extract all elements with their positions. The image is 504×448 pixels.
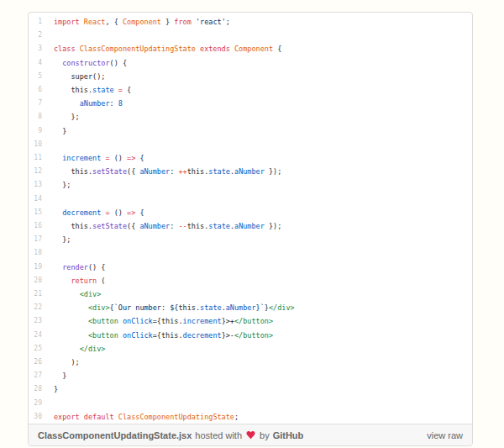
- code-content: <button onClick={this.increment}>+</butt…: [54, 314, 273, 328]
- code-content: render() {: [54, 261, 105, 274]
- code-content: decrement = () => {: [54, 206, 144, 219]
- line-number: 25: [29, 342, 42, 356]
- code-line: 7 aNumber: 8: [29, 97, 472, 110]
- line-number: 12: [29, 165, 42, 178]
- line-number: 29: [29, 397, 42, 410]
- code-line: 10: [29, 138, 472, 151]
- line-number: 20: [29, 274, 42, 287]
- line-number: 19: [29, 261, 42, 274]
- code-content: this.state = {: [54, 83, 131, 97]
- code-line: 1import React, { Component } from 'react…: [29, 15, 472, 29]
- code-line: 27 }: [29, 369, 472, 382]
- line-number: 24: [29, 329, 42, 342]
- github-link[interactable]: GitHub: [273, 430, 304, 440]
- code-content: };: [54, 233, 71, 246]
- code-line: 14: [29, 192, 472, 206]
- code-content: this.setState({ aNumber: ++this.state.aN…: [54, 165, 281, 178]
- gist-footer: ClassComponentUpdatingState.jsx hosted w…: [29, 424, 472, 445]
- line-number: 9: [29, 124, 42, 138]
- code-content: export default ClassComponentUpdatingSta…: [54, 410, 239, 424]
- code-line: 9 }: [29, 124, 472, 138]
- line-number: 18: [29, 246, 42, 260]
- line-number: 2: [29, 29, 42, 42]
- code-line: 2: [29, 29, 472, 42]
- code-content: import React, { Component } from 'react'…: [54, 15, 230, 29]
- code-line: 5 super();: [29, 70, 472, 83]
- code-line: 24 <button onClick={this.decrement}>-</b…: [29, 329, 472, 342]
- line-number: 27: [29, 369, 42, 382]
- line-number: 17: [29, 233, 42, 246]
- code-line: 28}: [29, 382, 472, 396]
- hosted-with-text: hosted with: [195, 430, 242, 440]
- code-content: <div>: [54, 287, 101, 301]
- code-content: constructor() {: [54, 56, 127, 70]
- line-number: 28: [29, 382, 42, 396]
- line-number: 30: [29, 410, 42, 424]
- code-content: class ClassComponentUpdatingState extend…: [54, 42, 281, 55]
- line-number: 21: [29, 287, 42, 301]
- line-number: 3: [29, 42, 42, 55]
- code-content: aNumber: 8: [54, 97, 123, 110]
- code-line: 15 decrement = () => {: [29, 206, 472, 219]
- code-line: 11 increment = () => {: [29, 151, 472, 165]
- code-line: 13 };: [29, 178, 472, 192]
- code-line: 17 };: [29, 233, 472, 246]
- code-content: </div>: [54, 342, 105, 356]
- code-line: 26 );: [29, 356, 472, 369]
- code-content: }: [54, 124, 66, 138]
- line-number: 16: [29, 219, 42, 233]
- code-content: <button onClick={this.decrement}>-</butt…: [54, 329, 273, 342]
- line-number: 10: [29, 138, 42, 151]
- code-content: <div>{`Our number: ${this.state.aNumber}…: [54, 301, 295, 314]
- line-number: 4: [29, 56, 42, 70]
- line-number: 11: [29, 151, 42, 165]
- line-number: 22: [29, 301, 42, 314]
- code-content: };: [54, 178, 71, 192]
- line-number: 26: [29, 356, 42, 369]
- code-area: 1import React, { Component } from 'react…: [29, 13, 472, 424]
- code-line: 22 <div>{`Our number: ${this.state.aNumb…: [29, 301, 472, 314]
- line-number: 1: [29, 15, 42, 29]
- code-line: 3class ClassComponentUpdatingState exten…: [29, 42, 472, 55]
- line-number: 23: [29, 314, 42, 328]
- line-number: 7: [29, 97, 42, 110]
- line-number: 6: [29, 83, 42, 97]
- code-content: );: [54, 356, 80, 369]
- line-number: 5: [29, 70, 42, 83]
- code-line: 19 render() {: [29, 261, 472, 274]
- code-line: 12 this.setState({ aNumber: ++this.state…: [29, 165, 472, 178]
- code-line: 18: [29, 246, 472, 260]
- view-raw-link[interactable]: view raw: [427, 430, 463, 440]
- code-line: 30export default ClassComponentUpdatingS…: [29, 410, 472, 424]
- code-content: }: [54, 369, 66, 382]
- code-line: 23 <button onClick={this.increment}>+</b…: [29, 314, 472, 328]
- filename-link[interactable]: ClassComponentUpdatingState.jsx: [38, 430, 192, 440]
- code-line: 16 this.setState({ aNumber: --this.state…: [29, 219, 472, 233]
- code-content: return (: [54, 274, 105, 287]
- code-line: 8 };: [29, 110, 472, 124]
- line-number: 13: [29, 178, 42, 192]
- code-content: }: [54, 382, 58, 396]
- gist-footer-left: ClassComponentUpdatingState.jsx hosted w…: [38, 430, 303, 440]
- heart-icon: [245, 430, 256, 440]
- code-line: 4 constructor() {: [29, 56, 472, 70]
- gist-embed: 1import React, { Component } from 'react…: [28, 12, 473, 446]
- line-number: 15: [29, 206, 42, 219]
- code-line: 6 this.state = {: [29, 83, 472, 97]
- line-number: 14: [29, 192, 42, 206]
- code-content: };: [54, 110, 80, 124]
- line-number: 8: [29, 110, 42, 124]
- code-line: 21 <div>: [29, 287, 472, 301]
- code-content: super();: [54, 70, 105, 83]
- by-text: by: [260, 430, 270, 440]
- code-content: increment = () => {: [54, 151, 144, 165]
- code-content: this.setState({ aNumber: --this.state.aN…: [54, 219, 281, 233]
- code-line: 25 </div>: [29, 342, 472, 356]
- code-line: 29: [29, 397, 472, 410]
- code-line: 20 return (: [29, 274, 472, 287]
